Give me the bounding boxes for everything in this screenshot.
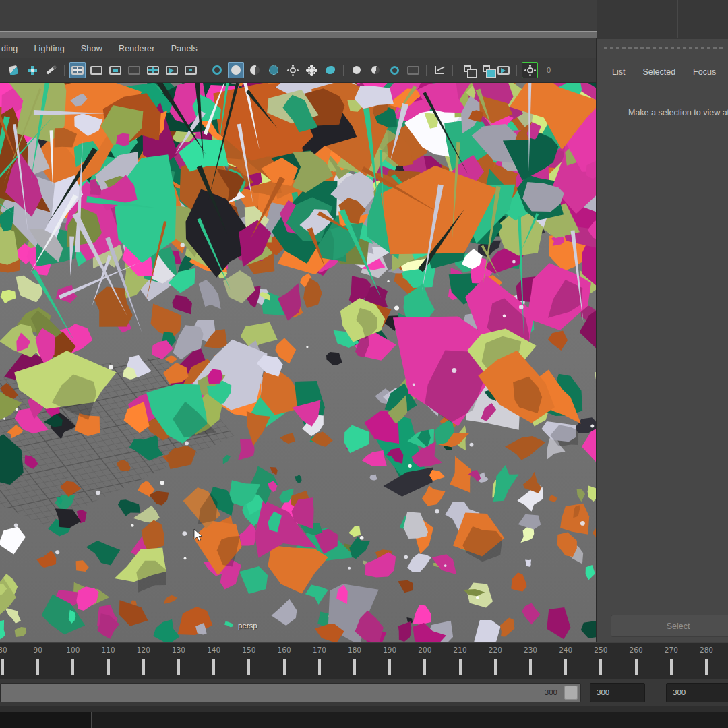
frame-label-190: 190	[376, 646, 403, 654]
four-pane-layout-icon	[71, 66, 84, 75]
time-slider[interactable]: 8090100110120130140150160170180190200210…	[0, 642, 728, 679]
frame-label-90: 90	[24, 646, 51, 654]
menu-renderer[interactable]: Renderer	[119, 44, 155, 53]
duplicate-view-icon[interactable]	[458, 62, 474, 78]
ring-display-icon[interactable]	[386, 62, 402, 78]
isolate-select-icon[interactable]	[431, 62, 448, 78]
animation-end-field[interactable]: 300	[666, 683, 728, 702]
frame-label-250: 250	[587, 646, 614, 654]
frame-tick-190[interactable]	[388, 659, 391, 675]
pane-dim-icon	[128, 66, 140, 75]
wireframe-icon[interactable]	[209, 62, 225, 78]
snap-tool-icon	[28, 66, 37, 75]
use-all-lights-icon[interactable]	[303, 62, 320, 78]
frame-tick-150[interactable]	[247, 659, 250, 675]
select-button[interactable]: Select	[611, 615, 728, 637]
frame-label-150: 150	[235, 646, 262, 654]
pane-fill-icon[interactable]	[107, 62, 123, 78]
pane-split-icon	[147, 66, 159, 75]
pane-mini-icon	[185, 66, 197, 75]
pane-mini-icon[interactable]	[183, 62, 199, 78]
frame-tick-270[interactable]	[670, 659, 673, 675]
menu-panels[interactable]: Panels	[171, 44, 198, 53]
single-pane-icon[interactable]	[88, 62, 104, 78]
frame-label-230: 230	[517, 646, 544, 654]
four-pane-layout-icon[interactable]	[69, 62, 86, 78]
frame-tick-200[interactable]	[423, 659, 426, 675]
panel-grip-handle[interactable]	[604, 47, 725, 49]
frame-label-140: 140	[200, 646, 227, 654]
export-pane-icon[interactable]	[495, 62, 512, 78]
pencil-tool-icon	[46, 65, 56, 74]
range-slider-bar[interactable]: 300	[0, 683, 581, 702]
top-divider	[677, 0, 678, 38]
duplicate-view-teal-icon[interactable]	[477, 62, 493, 78]
counter-label[interactable]: 0	[541, 62, 557, 78]
command-line-mode-area[interactable]	[0, 712, 91, 728]
toolbar-separator	[204, 65, 204, 76]
material-ball-icon[interactable]	[322, 62, 338, 78]
playback-end-field[interactable]: 300	[590, 683, 645, 702]
frame-label-120: 120	[130, 646, 157, 654]
frame-tick-250[interactable]	[599, 659, 602, 675]
dim-toggle-icon[interactable]	[405, 62, 421, 78]
menu-shading-partial[interactable]: ding	[1, 44, 18, 53]
frame-tick-210[interactable]	[459, 659, 462, 675]
frame-label-130: 130	[165, 646, 192, 654]
toolbar-separator	[426, 65, 427, 76]
frame-label-80: 80	[0, 646, 16, 654]
stippled-shade-icon[interactable]	[266, 62, 282, 78]
command-line-input[interactable]	[92, 712, 728, 728]
frame-tick-90[interactable]	[36, 659, 39, 675]
frame-tick-230[interactable]	[529, 659, 532, 675]
ae-menu-list[interactable]: List	[612, 67, 625, 77]
menu-show[interactable]: Show	[81, 44, 102, 53]
frame-tick-220[interactable]	[494, 659, 497, 675]
range-slider-handle[interactable]	[564, 686, 578, 700]
frame-tick-160[interactable]	[283, 659, 286, 675]
frame-tick-110[interactable]	[107, 659, 110, 675]
frame-tick-80[interactable]	[1, 659, 4, 675]
frame-tick-140[interactable]	[212, 659, 215, 675]
pencil-tool-icon[interactable]	[43, 62, 59, 78]
frame-tick-260[interactable]	[635, 659, 638, 675]
ae-menu-selected[interactable]: Selected	[642, 67, 675, 77]
ae-menu-focus[interactable]: Focus	[693, 67, 716, 77]
textured-icon[interactable]	[247, 62, 263, 78]
menu-lighting[interactable]: Lighting	[34, 44, 64, 53]
frame-label-100: 100	[59, 646, 86, 654]
select-by-component-icon	[9, 65, 18, 75]
wire-on-shaded-icon	[290, 67, 296, 73]
smooth-shade-icon	[231, 65, 241, 75]
frame-tick-240[interactable]	[564, 659, 567, 675]
duplicate-view-teal-icon	[483, 65, 490, 72]
3d-viewport[interactable]: persp	[0, 83, 596, 642]
dim-toggle-icon	[407, 66, 419, 75]
snap-tool-icon[interactable]	[24, 62, 40, 78]
attribute-editor-message: Make a selection to view attributes	[628, 108, 728, 117]
frame-tick-180[interactable]	[353, 659, 356, 675]
frame-tick-170[interactable]	[318, 659, 321, 675]
pane-arrow-icon[interactable]	[164, 62, 180, 78]
wire-on-shaded-icon[interactable]	[284, 62, 301, 78]
viewport-settings-gear-icon[interactable]	[522, 62, 538, 78]
pane-split-icon[interactable]	[145, 62, 161, 78]
toolbar-separator	[452, 65, 453, 76]
smooth-shade-icon[interactable]	[228, 62, 244, 78]
half-sphere-icon[interactable]	[367, 62, 384, 78]
frame-label-200: 200	[411, 646, 438, 654]
frame-tick-280[interactable]	[705, 659, 708, 675]
select-by-component-icon[interactable]	[5, 62, 22, 78]
range-end-label: 300	[545, 688, 557, 696]
frame-tick-120[interactable]	[142, 659, 145, 675]
sphere-display-icon[interactable]	[348, 62, 365, 78]
frame-tick-100[interactable]	[71, 659, 74, 675]
attribute-editor-panel: ListSelectedFocus Make a selection to vi…	[597, 39, 728, 642]
frame-label-240: 240	[552, 646, 579, 654]
toolbar-separator	[343, 65, 344, 76]
frame-label-210: 210	[447, 646, 474, 654]
counter-label: 0	[547, 66, 551, 74]
toolbar-separator	[64, 65, 65, 76]
pane-dim-icon[interactable]	[126, 62, 142, 78]
frame-tick-130[interactable]	[177, 659, 180, 675]
